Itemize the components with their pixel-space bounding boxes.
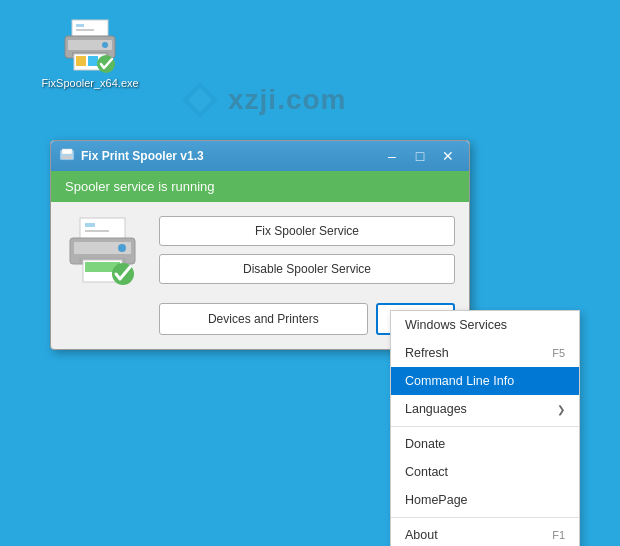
printer-area [65, 216, 145, 289]
svg-rect-18 [85, 230, 109, 232]
menu-item-contact[interactable]: Contact [391, 458, 579, 486]
watermark: xzji.com [180, 80, 346, 120]
menu-item-languages[interactable]: Languages ❯ [391, 395, 579, 423]
desktop-icon-label: FixSpooler_x64.exe [41, 77, 138, 89]
svg-rect-1 [76, 24, 84, 27]
desktop-icon[interactable]: FixSpooler_x64.exe [50, 18, 130, 89]
menu-item-donate[interactable]: Donate [391, 430, 579, 458]
status-bar: Spooler service is running [51, 171, 469, 202]
dropdown-menu: Windows Services Refresh F5 Command Line… [390, 310, 580, 546]
minimize-button[interactable]: – [379, 146, 405, 166]
menu-item-refresh[interactable]: Refresh F5 [391, 339, 579, 367]
menu-item-homepage[interactable]: HomePage [391, 486, 579, 514]
menu-item-about[interactable]: About F1 [391, 521, 579, 546]
about-shortcut: F1 [552, 529, 565, 541]
desktop-printer-icon [60, 18, 120, 73]
svg-rect-9 [88, 56, 98, 66]
menu-separator-1 [391, 426, 579, 427]
title-bar-controls: – □ ✕ [379, 146, 461, 166]
watermark-text: xzji.com [228, 84, 346, 116]
status-text: Spooler service is running [65, 179, 215, 194]
svg-rect-2 [76, 29, 94, 31]
disable-spooler-button[interactable]: Disable Spooler Service [159, 254, 455, 284]
watermark-arrow-icon [180, 80, 220, 120]
window-content: Fix Spooler Service Disable Spooler Serv… [51, 202, 469, 303]
close-button[interactable]: ✕ [435, 146, 461, 166]
refresh-shortcut: F5 [552, 347, 565, 359]
fix-spooler-button[interactable]: Fix Spooler Service [159, 216, 455, 246]
svg-point-5 [102, 42, 108, 48]
languages-arrow-icon: ❯ [557, 404, 565, 415]
svg-rect-15 [62, 149, 72, 154]
menu-item-command-line-info[interactable]: Command Line Info [391, 367, 579, 395]
svg-rect-17 [85, 223, 95, 227]
svg-point-21 [118, 244, 126, 252]
buttons-area: Fix Spooler Service Disable Spooler Serv… [159, 216, 455, 284]
menu-separator-2 [391, 517, 579, 518]
svg-rect-8 [76, 56, 86, 66]
title-bar: Fix Print Spooler v1.3 – □ ✕ [51, 141, 469, 171]
devices-printers-button[interactable]: Devices and Printers [159, 303, 368, 335]
svg-rect-14 [62, 156, 72, 159]
printer-icon [65, 216, 140, 286]
menu-item-windows-services[interactable]: Windows Services [391, 311, 579, 339]
title-bar-icon [59, 148, 75, 164]
window-title: Fix Print Spooler v1.3 [81, 149, 379, 163]
maximize-button[interactable]: □ [407, 146, 433, 166]
